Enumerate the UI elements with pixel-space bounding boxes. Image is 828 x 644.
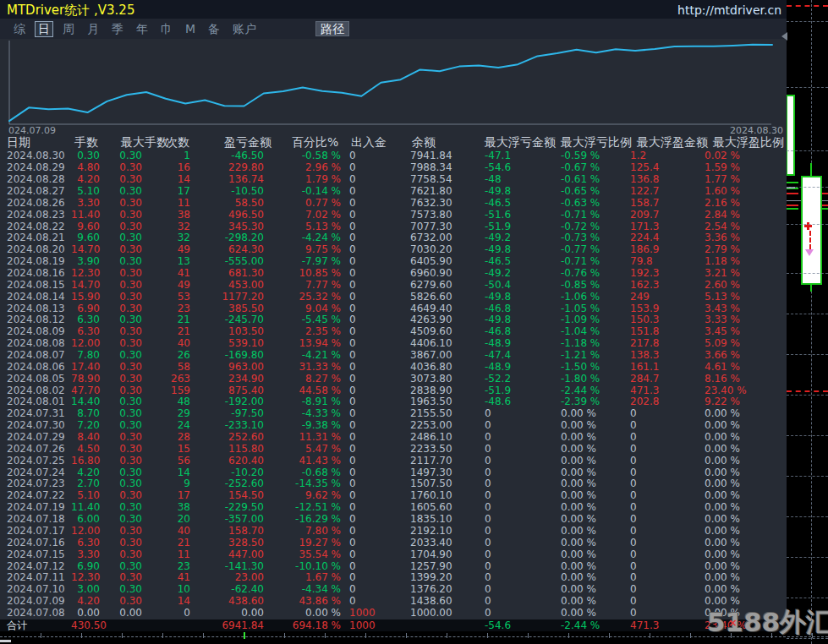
cell-balance: 2192.10 bbox=[410, 526, 485, 537]
panel-collapse-handle[interactable] bbox=[781, 32, 787, 41]
tab-item-周[interactable]: 周 bbox=[60, 22, 77, 36]
table-row: 2024.08.077.800.3026-169.80-4.21 %03867.… bbox=[0, 350, 787, 362]
tab-item-M[interactable]: M bbox=[183, 22, 198, 36]
cell-max-drawdown-pct: 0.00 % bbox=[561, 596, 630, 607]
cell-lots: 5.10 bbox=[71, 490, 107, 501]
table-row: 2024.08.1612.300.3041681.3010.85 %06960.… bbox=[0, 268, 787, 280]
table-row: 2024.07.103.000.3010-62.40-4.34 %01376.2… bbox=[0, 584, 787, 596]
screen: MTDriver统计 ,V3.25 http://mtdriver.cn 综日周… bbox=[0, 0, 828, 644]
cell-date: 2024.08.19 bbox=[7, 256, 71, 267]
cell-percent: 7.02 % bbox=[271, 210, 343, 221]
website-link[interactable]: http://mtdriver.cn bbox=[677, 3, 781, 17]
cell-cashflow: 0 bbox=[343, 385, 410, 396]
cell-max-drawdown-pct: -1.21 % bbox=[561, 350, 630, 361]
table-row: 2024.07.094.200.3014438.6043.86 %01438.6… bbox=[0, 596, 787, 608]
cell-percent: -7.97 % bbox=[271, 256, 343, 267]
cell-max-lots: 0.30 bbox=[107, 596, 149, 607]
window-corner-mark bbox=[0, 640, 11, 642]
cell-cashflow: 0 bbox=[343, 338, 410, 349]
cell-count: 9 bbox=[149, 478, 197, 489]
cell-count: 23 bbox=[149, 303, 197, 314]
cell-max-float-profit: 158.7 bbox=[630, 198, 705, 209]
cell-date: 2024.07.25 bbox=[7, 456, 71, 467]
cell-pnl: -97.50 bbox=[197, 408, 271, 419]
time-axis bbox=[0, 631, 828, 644]
time-axis-tick bbox=[650, 633, 650, 638]
cell-max-drawdown: 0 bbox=[485, 526, 561, 537]
cell-max-lots: 0.30 bbox=[107, 362, 149, 373]
tab-item-备[interactable]: 备 bbox=[206, 22, 222, 36]
cell-cashflow: 0 bbox=[343, 198, 410, 209]
cell-max-drawdown: -46.5 bbox=[485, 198, 561, 209]
tab-item-综[interactable]: 综 bbox=[11, 22, 28, 36]
cell-date: 2024.08.16 bbox=[7, 268, 71, 279]
cell-max-drawdown: -51.9 bbox=[485, 221, 561, 232]
cell-max-float-profit: 0 bbox=[630, 526, 705, 537]
chart-axis-labels: 024.07.09 2024.08.30 bbox=[0, 125, 787, 135]
cell-date: 2024.07.08 bbox=[7, 608, 71, 619]
cell-max-drawdown: 0 bbox=[485, 444, 561, 455]
cell-max-float-profit-pct: 0.00 % bbox=[705, 456, 784, 467]
total-label: 合计 bbox=[7, 620, 71, 631]
grid-line-horizontal bbox=[787, 354, 828, 355]
price-line-red bbox=[787, 390, 828, 392]
cell-max-lots: 0.30 bbox=[107, 490, 149, 501]
cell-max-drawdown: 0 bbox=[485, 596, 561, 607]
cell-max-lots: 0.30 bbox=[107, 338, 149, 349]
cell-max-float-profit: 192.3 bbox=[630, 268, 705, 279]
cell-pnl: 0.00 bbox=[197, 608, 271, 619]
cell-count: 21 bbox=[149, 314, 197, 325]
cell-count: 11 bbox=[149, 549, 197, 560]
tab-item-月[interactable]: 月 bbox=[85, 22, 101, 36]
cell-lots: 4.80 bbox=[71, 162, 107, 173]
cell-date: 2024.08.07 bbox=[7, 350, 71, 361]
cell-count: 32 bbox=[149, 232, 197, 243]
cell-max-float-profit-pct: 2.79 % bbox=[705, 244, 784, 255]
watermark: 5188外汇网 bbox=[707, 605, 828, 641]
cell-count: 263 bbox=[149, 374, 197, 385]
tab-item-年[interactable]: 年 bbox=[134, 22, 151, 36]
path-button[interactable]: 路径 bbox=[315, 21, 349, 36]
cell-pnl: 447.00 bbox=[197, 549, 271, 560]
table-row: 2024.07.186.000.3020-357.00-16.29 %01835… bbox=[0, 514, 787, 526]
cell-date: 2024.08.01 bbox=[7, 396, 71, 407]
table-row: 2024.08.219.600.3032-298.20-4.24 %06732.… bbox=[0, 232, 787, 244]
cell-max-float-profit: 0 bbox=[630, 490, 705, 501]
total-max-drawdown: -54.6 bbox=[485, 620, 561, 631]
cell-max-drawdown-pct: 0.00 % bbox=[561, 572, 630, 583]
tab-item-账户[interactable]: 账户 bbox=[230, 22, 259, 36]
cell-count: 16 bbox=[149, 162, 197, 173]
table-row: 2024.07.307.200.3024-233.10-9.38 %02253.… bbox=[0, 420, 787, 432]
cell-balance: 1376.20 bbox=[410, 584, 485, 595]
cell-max-float-profit-pct: 3.43 % bbox=[705, 303, 784, 314]
table-row: 2024.08.275.100.3017-10.50-0.14 %07621.8… bbox=[0, 186, 787, 198]
cell-pnl: 624.30 bbox=[197, 244, 271, 255]
cell-count: 58 bbox=[149, 362, 197, 373]
cell-date: 2024.08.14 bbox=[7, 292, 71, 303]
time-axis-tick bbox=[203, 633, 204, 638]
cell-percent: -0.58 % bbox=[271, 150, 343, 161]
cell-count: 40 bbox=[149, 526, 197, 537]
cell-cashflow: 0 bbox=[343, 396, 410, 407]
cell-cashflow: 0 bbox=[343, 549, 410, 560]
cell-lots: 6.30 bbox=[71, 538, 107, 548]
cell-max-float-profit: 0 bbox=[630, 596, 705, 607]
cell-max-drawdown-pct: -0.61 % bbox=[561, 174, 630, 185]
tab-item-日[interactable]: 日 bbox=[36, 22, 52, 36]
cell-date: 2024.07.12 bbox=[7, 561, 71, 572]
table-body: 2024.08.300.300.301-46.50-0.58 %07941.84… bbox=[0, 150, 787, 619]
cell-lots: 12.00 bbox=[71, 338, 107, 349]
cell-percent: -12.51 % bbox=[271, 502, 343, 513]
col-header-max-lots: 最大手数 bbox=[121, 135, 168, 150]
cell-max-lots: 0.30 bbox=[107, 210, 149, 221]
cell-max-lots: 0.30 bbox=[107, 420, 149, 431]
cell-pnl: -252.60 bbox=[197, 478, 271, 489]
cell-max-float-profit: 150.3 bbox=[630, 314, 705, 325]
cell-max-drawdown: -47.4 bbox=[485, 350, 561, 361]
tab-item-季[interactable]: 季 bbox=[109, 22, 126, 36]
cell-lots: 0.30 bbox=[71, 150, 107, 161]
table-row: 2024.08.0812.000.3040539.1013.94 %04406.… bbox=[0, 338, 787, 350]
tab-item-巾[interactable]: 巾 bbox=[158, 22, 175, 36]
cell-max-lots: 0.30 bbox=[107, 292, 149, 303]
time-axis-tick bbox=[487, 633, 488, 638]
